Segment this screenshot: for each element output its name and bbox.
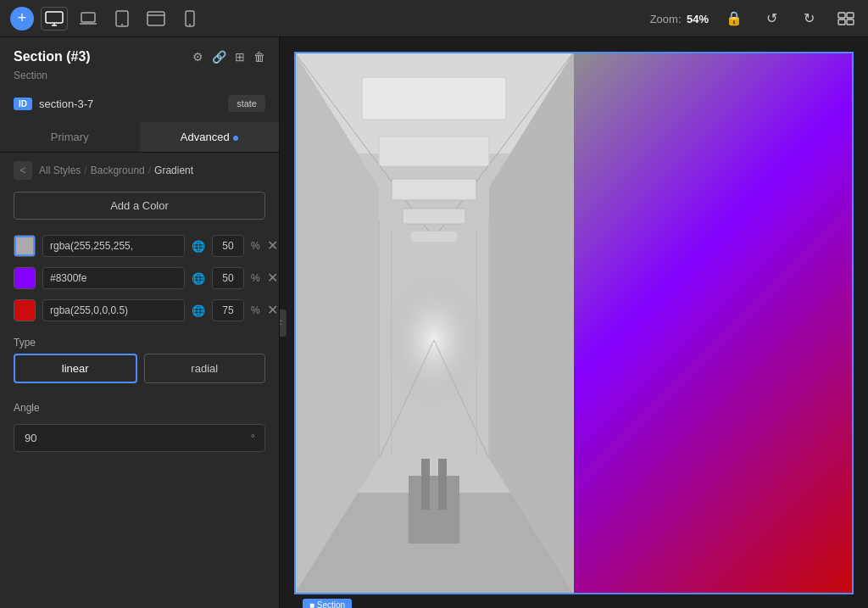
svg-rect-24 — [392, 179, 476, 200]
type-linear-button[interactable]: linear — [14, 354, 137, 383]
percent-input-3[interactable] — [212, 299, 244, 321]
svg-rect-0 — [46, 12, 63, 23]
canvas-content: ■ Section — [294, 52, 854, 594]
toolbar-left: + — [10, 7, 203, 31]
pages-button[interactable] — [834, 7, 858, 31]
color-row-3: 🌐 % ✕ — [0, 294, 279, 326]
svg-rect-26 — [411, 231, 457, 242]
color-swatch-2[interactable] — [14, 267, 36, 289]
globe-icon-3[interactable]: 🌐 — [192, 304, 205, 317]
device-monitor[interactable] — [41, 7, 68, 31]
zoom-value: 54% — [687, 13, 709, 25]
undo-button[interactable]: ↺ — [760, 7, 783, 31]
globe-icon-2[interactable]: 🌐 — [192, 272, 205, 285]
add-button[interactable]: + — [10, 7, 34, 31]
device-mobile[interactable] — [176, 7, 203, 31]
svg-rect-29 — [409, 476, 459, 544]
svg-point-5 — [121, 24, 123, 25]
state-button[interactable]: state — [228, 95, 265, 112]
type-buttons: linear radial — [0, 354, 279, 392]
color-row-1: 🌐 % ✕ — [0, 230, 279, 262]
color-swatch-1[interactable] — [14, 235, 36, 257]
svg-rect-6 — [147, 12, 164, 25]
lock-icon[interactable]: 🔒 — [722, 7, 746, 31]
section-actions: ⚙ 🔗 ⊞ 🗑 — [192, 50, 265, 64]
angle-label: Angle — [0, 392, 279, 419]
svg-rect-3 — [81, 13, 95, 22]
device-laptop[interactable] — [75, 7, 102, 31]
percent-sign-3: % — [251, 304, 260, 316]
detach-icon[interactable]: ⚙ — [192, 50, 203, 64]
color-swatch-3[interactable] — [14, 299, 36, 321]
device-tablet[interactable] — [108, 7, 136, 31]
left-panel: Section (#3) ⚙ 🔗 ⊞ 🗑 Section ID section-… — [0, 37, 280, 608]
breadcrumb-gradient: Gradient — [154, 165, 193, 176]
tabs-row: Primary Advanced — [0, 122, 279, 153]
delete-icon[interactable]: 🗑 — [253, 50, 265, 64]
svg-rect-13 — [847, 20, 854, 25]
svg-rect-10 — [838, 13, 845, 18]
canvas-image — [294, 52, 574, 594]
svg-rect-12 — [838, 20, 845, 25]
percent-input-1[interactable] — [212, 235, 244, 257]
type-radial-button[interactable]: radial — [144, 354, 266, 383]
percent-sign-1: % — [251, 240, 260, 252]
breadcrumb-background[interactable]: Background — [91, 165, 145, 176]
panel-collapse-handle[interactable]: < — [280, 310, 287, 337]
angle-input[interactable] — [14, 424, 265, 452]
svg-rect-22 — [362, 77, 506, 120]
breadcrumb-all-styles[interactable]: All Styles — [39, 165, 81, 176]
top-toolbar: + — [0, 0, 868, 37]
id-row: ID section-3-7 state — [0, 90, 279, 122]
canvas-gradient — [574, 52, 854, 594]
redo-button[interactable]: ↻ — [797, 7, 821, 31]
color-value-3[interactable] — [42, 299, 185, 321]
add-color-button[interactable]: Add a Color — [14, 192, 265, 220]
percent-input-2[interactable] — [212, 267, 244, 289]
color-value-2[interactable] — [42, 267, 185, 289]
breadcrumb: < All Styles / Background / Gradient — [0, 153, 279, 188]
section-header: Section (#3) ⚙ 🔗 ⊞ 🗑 — [0, 37, 279, 70]
globe-icon-1[interactable]: 🌐 — [192, 240, 205, 253]
duplicate-icon[interactable]: ⊞ — [235, 50, 245, 64]
section-subtitle: Section — [0, 70, 279, 90]
color-row-2: 🌐 % ✕ — [0, 262, 279, 294]
remove-btn-2[interactable]: ✕ — [267, 271, 278, 285]
type-label: Type — [0, 326, 279, 354]
link-icon[interactable]: 🔗 — [212, 50, 226, 64]
svg-rect-11 — [847, 13, 854, 18]
remove-btn-1[interactable]: ✕ — [267, 239, 278, 253]
color-value-1[interactable] — [42, 235, 185, 257]
toolbar-right: Zoom: 54% 🔒 ↺ ↻ — [650, 7, 858, 31]
main-area: Section (#3) ⚙ 🔗 ⊞ 🗑 Section ID section-… — [0, 37, 868, 608]
svg-rect-23 — [379, 137, 489, 166]
canvas-area: < — [280, 37, 868, 608]
svg-rect-25 — [403, 209, 465, 224]
advanced-dot — [233, 136, 238, 141]
angle-degree: ° — [251, 432, 255, 444]
remove-btn-3[interactable]: ✕ — [267, 304, 278, 317]
svg-point-9 — [189, 24, 191, 25]
section-badge: ■ Section — [303, 599, 352, 609]
svg-rect-31 — [438, 459, 447, 510]
id-value: section-3-7 — [39, 98, 221, 110]
zoom-label: Zoom: 54% — [650, 11, 709, 26]
tab-primary[interactable]: Primary — [0, 122, 140, 152]
section-title: Section (#3) — [14, 49, 91, 64]
device-window[interactable] — [142, 7, 170, 31]
breadcrumb-sep-2: / — [148, 165, 151, 176]
svg-rect-30 — [421, 459, 430, 510]
id-badge: ID — [14, 98, 32, 110]
angle-input-row: ° — [0, 419, 279, 469]
breadcrumb-sep-1: / — [84, 165, 86, 176]
percent-sign-2: % — [251, 272, 260, 284]
breadcrumb-back-button[interactable]: < — [14, 161, 32, 180]
tab-advanced[interactable]: Advanced — [140, 122, 280, 152]
